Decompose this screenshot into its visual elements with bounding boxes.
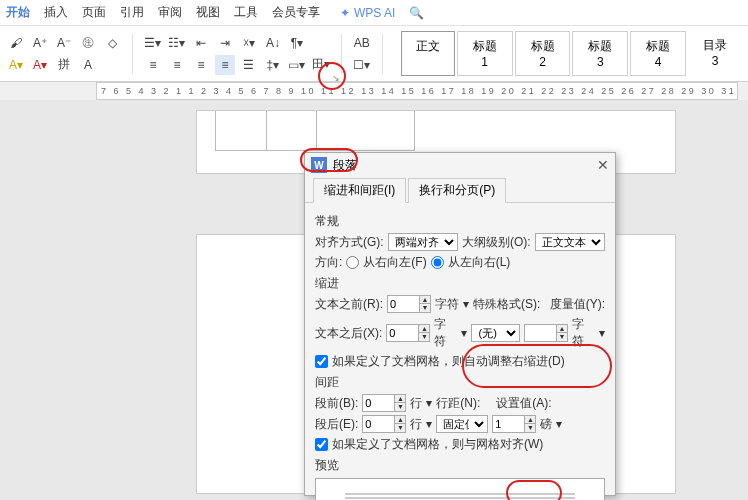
unit-char-2: 字符: [434, 316, 457, 350]
line-spacing-select[interactable]: 固定值: [436, 415, 488, 433]
measure-label: 度量值(Y):: [550, 296, 605, 313]
dialog-title: 段落: [333, 157, 357, 174]
bullets-icon[interactable]: ☰▾: [143, 33, 163, 53]
tab-indent-spacing[interactable]: 缩进和间距(I): [313, 178, 406, 203]
menu-tab-insert[interactable]: 插入: [44, 4, 68, 21]
menubar: 开始 插入 页面 引用 审阅 视图 工具 会员专享 ✦WPS AI 🔍: [0, 0, 748, 26]
select-icon[interactable]: ☐▾: [352, 55, 372, 75]
unit-char: 字符: [435, 296, 459, 313]
menu-tab-review[interactable]: 审阅: [158, 4, 182, 21]
align-right-icon[interactable]: ≡: [191, 55, 211, 75]
menu-tab-member[interactable]: 会员专享: [272, 4, 320, 21]
indent-increase-icon[interactable]: ⇥: [215, 33, 235, 53]
direction-label: 方向:: [315, 254, 342, 271]
close-icon[interactable]: ✕: [597, 157, 609, 173]
line-spacing-label: 行距(N):: [436, 395, 480, 412]
align-justify-icon[interactable]: ≡: [215, 55, 235, 75]
style-h2[interactable]: 标题 2: [515, 31, 571, 76]
outline-select[interactable]: 正文文本: [535, 233, 605, 251]
special-format-select[interactable]: (无): [471, 324, 519, 342]
distribute-icon[interactable]: ☰: [239, 55, 259, 75]
alignment-label: 对齐方式(G):: [315, 234, 384, 251]
font-color-icon[interactable]: A▾: [30, 55, 50, 75]
unit-line-2: 行: [410, 416, 422, 433]
indent-after-spinner[interactable]: ▲▼: [386, 324, 430, 342]
char-border-icon[interactable]: A: [78, 55, 98, 75]
phonetic-icon[interactable]: 拼: [54, 55, 74, 75]
special-format-label: 特殊格式(S):: [473, 296, 540, 313]
direction-rtl[interactable]: 从右向左(F): [346, 254, 426, 271]
outline-label: 大纲级别(O):: [462, 234, 531, 251]
alignment-select[interactable]: 两端对齐: [388, 233, 458, 251]
tab-line-page-breaks[interactable]: 换行和分页(P): [408, 178, 506, 203]
sort-icon[interactable]: A↓: [263, 33, 283, 53]
paragraph-launcher-icon[interactable]: ↘: [326, 68, 346, 88]
space-before-label: 段前(B):: [315, 395, 358, 412]
unit-char-3: 字符: [572, 316, 595, 350]
emphasis-icon[interactable]: ㊟: [78, 33, 98, 53]
wps-ai-button[interactable]: ✦WPS AI: [340, 6, 395, 20]
ai-icon: ✦: [340, 6, 350, 20]
toolbar: 🖌 A⁺ A⁻ ㊟ ◇ A▾ A▾ 拼 A ☰▾ ☷▾ ⇤ ⇥ ☓▾ A↓ ¶▾…: [0, 26, 748, 82]
snap-grid-checkbox[interactable]: 如果定义了文档网格，则与网格对齐(W): [315, 436, 605, 453]
style-h3[interactable]: 标题 3: [572, 31, 628, 76]
indent-after-label: 文本之后(X):: [315, 325, 382, 342]
format-painter-icon[interactable]: 🖌: [6, 33, 26, 53]
font-grow-icon[interactable]: A⁺: [30, 33, 50, 53]
measure-spinner[interactable]: ▲▼: [524, 324, 568, 342]
style-toc3[interactable]: 目录 3: [688, 31, 742, 76]
indent-decrease-icon[interactable]: ⇤: [191, 33, 211, 53]
text-direction-icon[interactable]: ☓▾: [239, 33, 259, 53]
menu-tab-page[interactable]: 页面: [82, 4, 106, 21]
menu-tab-view[interactable]: 视图: [196, 4, 220, 21]
space-after-spinner[interactable]: ▲▼: [362, 415, 406, 433]
section-preview: 预览: [315, 457, 605, 474]
shading-icon[interactable]: ▭▾: [287, 55, 307, 75]
font-shrink-icon[interactable]: A⁻: [54, 33, 74, 53]
menu-tab-start[interactable]: 开始: [6, 4, 30, 21]
find-replace-icon[interactable]: AB: [352, 33, 372, 53]
set-value-label: 设置值(A):: [496, 395, 551, 412]
search-icon[interactable]: 🔍: [409, 6, 424, 20]
align-left-icon[interactable]: ≡: [143, 55, 163, 75]
indent-before-spinner[interactable]: ▲▼: [387, 295, 431, 313]
space-before-spinner[interactable]: ▲▼: [362, 394, 406, 412]
style-h4[interactable]: 标题 4: [630, 31, 686, 76]
space-after-label: 段后(E):: [315, 416, 358, 433]
numbering-icon[interactable]: ☷▾: [167, 33, 187, 53]
section-spacing: 间距: [315, 374, 605, 391]
clear-format-icon[interactable]: ◇: [102, 33, 122, 53]
line-spacing-icon[interactable]: ‡▾: [263, 55, 283, 75]
paragraph-dialog: W 段落 ✕ 缩进和间距(I) 换行和分页(P) 常规 对齐方式(G): 两端对…: [304, 152, 616, 496]
app-icon: W: [311, 157, 327, 173]
section-indent: 缩进: [315, 275, 605, 292]
direction-ltr[interactable]: 从左向右(L): [431, 254, 511, 271]
set-value-spinner[interactable]: ▲▼: [492, 415, 536, 433]
ruler[interactable]: 7 6 5 4 3 2 1 1 2 3 4 5 6 7 8 9 10 11 12…: [96, 82, 738, 100]
unit-pt: 磅: [540, 416, 552, 433]
dialog-titlebar[interactable]: W 段落 ✕: [305, 153, 615, 177]
highlight-icon[interactable]: A▾: [6, 55, 26, 75]
align-center-icon[interactable]: ≡: [167, 55, 187, 75]
unit-line: 行: [410, 395, 422, 412]
style-gallery: 正文 标题 1 标题 2 标题 3 标题 4 目录 3: [401, 31, 742, 76]
style-normal[interactable]: 正文: [401, 31, 455, 76]
menu-tab-reference[interactable]: 引用: [120, 4, 144, 21]
section-general: 常规: [315, 213, 605, 230]
auto-indent-checkbox[interactable]: 如果定义了文档网格，则自动调整右缩进(D): [315, 353, 605, 370]
show-marks-icon[interactable]: ¶▾: [287, 33, 307, 53]
preview-box: [315, 478, 605, 500]
indent-before-label: 文本之前(R):: [315, 296, 383, 313]
style-h1[interactable]: 标题 1: [457, 31, 513, 76]
menu-tab-tools[interactable]: 工具: [234, 4, 258, 21]
